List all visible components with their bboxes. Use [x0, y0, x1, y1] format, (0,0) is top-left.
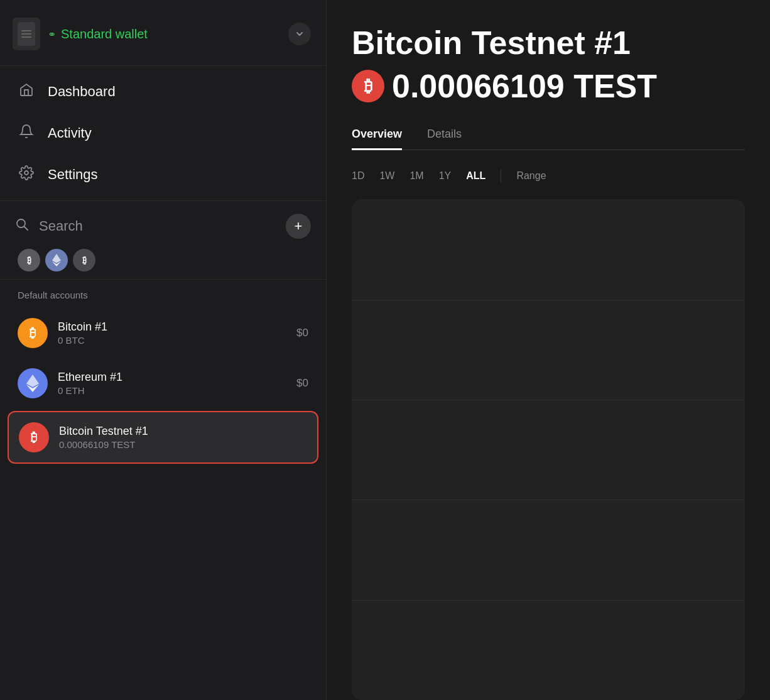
ethereum-usd-balance: $0: [296, 377, 308, 390]
btc-large-icon: ₿: [352, 70, 384, 102]
search-left: Search: [15, 217, 83, 235]
dashboard-label: Dashboard: [48, 84, 116, 100]
settings-label: Settings: [48, 167, 98, 183]
account-item-bitcoin-testnet-1[interactable]: ₿ Bitcoin Testnet #1 0.00066109 TEST: [8, 411, 318, 464]
asset-header: Bitcoin Testnet #1 ₿ 0.00066109 TEST: [352, 25, 745, 105]
time-range-row: 1D 1W 1M 1Y ALL Range: [352, 168, 745, 184]
time-1w-button[interactable]: 1W: [379, 168, 394, 184]
wallet-name-row: ⚭ Standard wallet: [48, 27, 281, 41]
bitcoin-usd-balance: $0: [296, 327, 308, 339]
ethereum-avatar: [18, 368, 48, 398]
chart-gridlines: [352, 199, 745, 700]
grid-line-3: [352, 500, 745, 500]
svg-point-0: [24, 171, 28, 175]
search-icon: [15, 217, 29, 235]
time-1m-button[interactable]: 1M: [409, 168, 423, 184]
account-item-ethereum-1[interactable]: Ethereum #1 0 ETH $0: [0, 358, 326, 408]
ethereum-name: Ethereum #1: [58, 371, 286, 384]
main-content: Bitcoin Testnet #1 ₿ 0.00066109 TEST Ove…: [327, 0, 770, 700]
hardware-wallet-icon: [13, 18, 40, 50]
bitcoin-info: Bitcoin #1 0 BTC: [58, 320, 286, 346]
tabs-row: Overview Details: [352, 120, 745, 150]
account-item-bitcoin-1[interactable]: ₿ Bitcoin #1 0 BTC $0: [0, 308, 326, 358]
asset-balance-amount: 0.00066109 TEST: [392, 67, 657, 105]
grid-line-1: [352, 300, 745, 300]
wallet-dropdown-button[interactable]: [288, 23, 311, 45]
coin-filter-icons: ₿ ₿: [15, 249, 311, 271]
asset-title: Bitcoin Testnet #1: [352, 25, 745, 61]
bitcoin-testnet-name: Bitcoin Testnet #1: [59, 425, 307, 438]
accounts-section: Default accounts ₿ Bitcoin #1 0 BTC $0 E…: [0, 280, 326, 700]
bell-icon: [18, 124, 35, 143]
home-icon: [18, 82, 35, 101]
bitcoin-crypto-balance: 0 BTC: [58, 335, 286, 346]
btc-filter-icon[interactable]: ₿: [18, 249, 40, 271]
time-1y-button[interactable]: 1Y: [439, 168, 452, 184]
bitcoin-testnet-crypto-balance: 0.00066109 TEST: [59, 439, 307, 450]
time-1d-button[interactable]: 1D: [352, 168, 364, 184]
eth-filter-icon[interactable]: [45, 249, 68, 271]
activity-label: Activity: [48, 125, 92, 141]
ethereum-crypto-balance: 0 ETH: [58, 385, 286, 396]
chart-area: [352, 199, 745, 700]
wallet-name: Standard wallet: [61, 27, 148, 41]
sidebar-item-settings[interactable]: Settings: [0, 154, 326, 195]
grid-line-2: [352, 400, 745, 400]
sidebar-item-dashboard[interactable]: Dashboard: [0, 71, 326, 112]
btc-testnet-filter-icon[interactable]: ₿: [73, 249, 95, 271]
plus-icon: +: [295, 218, 303, 234]
sidebar: ⚭ Standard wallet Dashboard: [0, 0, 327, 700]
sidebar-item-activity[interactable]: Activity: [0, 112, 326, 154]
tab-overview[interactable]: Overview: [352, 120, 402, 150]
search-section: Search + ₿ ₿: [0, 201, 326, 280]
time-range-button[interactable]: Range: [516, 168, 546, 184]
time-range-divider: [501, 170, 501, 182]
asset-balance-row: ₿ 0.00066109 TEST: [352, 67, 745, 105]
tab-details[interactable]: Details: [427, 120, 462, 150]
wallet-info: ⚭ Standard wallet: [48, 27, 281, 41]
bitcoin-avatar: ₿: [18, 318, 48, 348]
grid-line-4: [352, 600, 745, 601]
link-icon: ⚭: [48, 28, 56, 40]
add-account-button[interactable]: +: [286, 214, 311, 239]
bitcoin-testnet-avatar: ₿: [19, 422, 49, 452]
bitcoin-testnet-info: Bitcoin Testnet #1 0.00066109 TEST: [59, 425, 307, 450]
gear-icon: [18, 165, 35, 184]
accounts-section-label: Default accounts: [0, 290, 326, 308]
ethereum-info: Ethereum #1 0 ETH: [58, 371, 286, 396]
time-all-button[interactable]: ALL: [466, 168, 485, 184]
sidebar-header: ⚭ Standard wallet: [0, 0, 326, 66]
bitcoin-name: Bitcoin #1: [58, 320, 286, 334]
search-row: Search +: [15, 214, 311, 239]
search-label[interactable]: Search: [39, 218, 83, 234]
nav-section: Dashboard Activity Settings: [0, 66, 326, 201]
